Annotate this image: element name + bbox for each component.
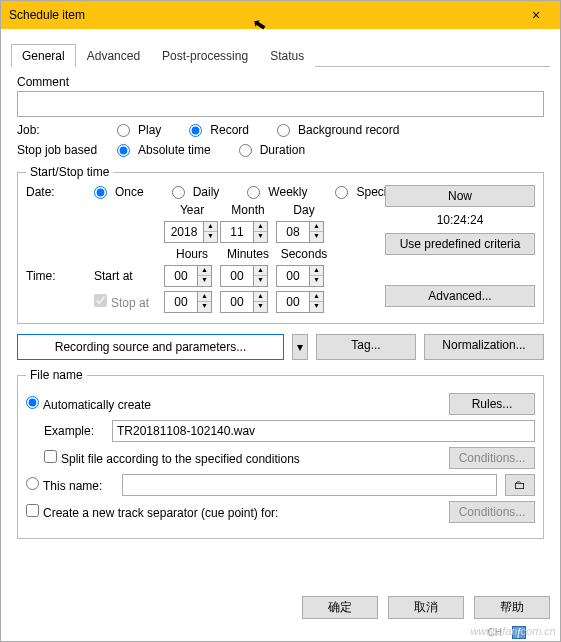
hdr-year: Year bbox=[164, 203, 220, 217]
stop-minutes-stepper[interactable]: ▲▼ bbox=[220, 291, 268, 313]
stop-hours-stepper[interactable]: ▲▼ bbox=[164, 291, 212, 313]
ok-button[interactable]: 确定 bbox=[302, 596, 378, 619]
time-label: Time: bbox=[26, 269, 94, 283]
rules-button[interactable]: Rules... bbox=[449, 393, 535, 415]
ime-indicator: CH bbox=[488, 627, 502, 638]
freq-daily-radio[interactable]: Daily bbox=[172, 185, 220, 199]
stop-duration-radio[interactable]: Duration bbox=[239, 143, 305, 157]
start-seconds-stepper[interactable]: ▲▼ bbox=[276, 265, 324, 287]
hdr-month: Month bbox=[220, 203, 276, 217]
date-label: Date: bbox=[26, 185, 94, 199]
stop-seconds-stepper[interactable]: ▲▼ bbox=[276, 291, 324, 313]
hdr-hours: Hours bbox=[164, 247, 220, 261]
help-button[interactable]: 帮助 bbox=[474, 596, 550, 619]
tab-general[interactable]: General bbox=[11, 44, 76, 67]
close-icon[interactable]: × bbox=[516, 1, 556, 29]
freq-once-radio[interactable]: Once bbox=[94, 185, 144, 199]
stop-at-checkbox[interactable]: Stop at bbox=[94, 294, 164, 310]
freq-weekly-radio[interactable]: Weekly bbox=[247, 185, 307, 199]
predefined-criteria-button[interactable]: Use predefined criteria bbox=[385, 233, 535, 255]
title-bar: Schedule item × bbox=[1, 1, 560, 29]
year-stepper[interactable]: ▲▼ bbox=[164, 221, 218, 243]
normalization-button[interactable]: Normalization... bbox=[424, 334, 544, 360]
recording-source-dropdown[interactable]: ▾ bbox=[292, 334, 308, 360]
dialog-footer: 确定 取消 帮助 bbox=[302, 596, 550, 619]
stop-absolute-radio[interactable]: Absolute time bbox=[117, 143, 211, 157]
job-label: Job: bbox=[17, 123, 117, 137]
this-name-radio[interactable]: This name: bbox=[26, 477, 114, 493]
hdr-seconds: Seconds bbox=[276, 247, 332, 261]
job-bgrecord-radio[interactable]: Background record bbox=[277, 123, 399, 137]
start-stop-legend: Start/Stop time bbox=[26, 165, 113, 179]
tab-advanced[interactable]: Advanced bbox=[76, 44, 151, 67]
stop-label: Stop job based bbox=[17, 143, 117, 157]
auto-create-radio[interactable]: Automatically create bbox=[26, 396, 441, 412]
file-name-legend: File name bbox=[26, 368, 87, 382]
job-play-radio[interactable]: Play bbox=[117, 123, 161, 137]
cue-conditions-button[interactable]: Conditions... bbox=[449, 501, 535, 523]
tag-button[interactable]: Tag... bbox=[316, 334, 416, 360]
example-input[interactable] bbox=[112, 420, 535, 442]
chevron-down-icon: ▾ bbox=[297, 340, 303, 354]
clock-display: 10:24:24 bbox=[437, 213, 484, 227]
cancel-button[interactable]: 取消 bbox=[388, 596, 464, 619]
now-button[interactable]: Now bbox=[385, 185, 535, 207]
tab-strip: General Advanced Post-processing Status bbox=[11, 43, 550, 67]
tab-post-processing[interactable]: Post-processing bbox=[151, 44, 259, 67]
month-stepper[interactable]: ▲▼ bbox=[220, 221, 268, 243]
comment-input[interactable] bbox=[17, 91, 544, 117]
split-file-checkbox[interactable]: Split file according to the specified co… bbox=[44, 450, 441, 466]
example-label: Example: bbox=[44, 424, 104, 438]
job-record-radio[interactable]: Record bbox=[189, 123, 249, 137]
cue-point-checkbox[interactable]: Create a new track separator (cue point)… bbox=[26, 504, 441, 520]
this-name-input[interactable] bbox=[122, 474, 497, 496]
hdr-minutes: Minutes bbox=[220, 247, 276, 261]
start-at-label: Start at bbox=[94, 269, 164, 283]
start-stop-fieldset: Start/Stop time Date: Once Daily Weekly … bbox=[17, 165, 544, 324]
hdr-day: Day bbox=[276, 203, 332, 217]
day-stepper[interactable]: ▲▼ bbox=[276, 221, 324, 243]
file-name-fieldset: File name Automatically create Rules... … bbox=[17, 368, 544, 539]
spin-up-icon[interactable]: ▲ bbox=[204, 222, 217, 232]
ime-pill: ƒ bbox=[512, 626, 526, 639]
browse-button[interactable]: 🗀 bbox=[505, 474, 535, 496]
recording-source-button[interactable]: Recording source and parameters... bbox=[17, 334, 284, 360]
advanced-button[interactable]: Advanced... bbox=[385, 285, 535, 307]
tab-status[interactable]: Status bbox=[259, 44, 315, 67]
window-title: Schedule item bbox=[9, 8, 85, 22]
start-minutes-stepper[interactable]: ▲▼ bbox=[220, 265, 268, 287]
folder-icon: 🗀 bbox=[514, 478, 526, 492]
start-hours-stepper[interactable]: ▲▼ bbox=[164, 265, 212, 287]
spin-down-icon[interactable]: ▼ bbox=[204, 232, 217, 242]
comment-label: Comment bbox=[17, 75, 544, 89]
split-conditions-button[interactable]: Conditions... bbox=[449, 447, 535, 469]
